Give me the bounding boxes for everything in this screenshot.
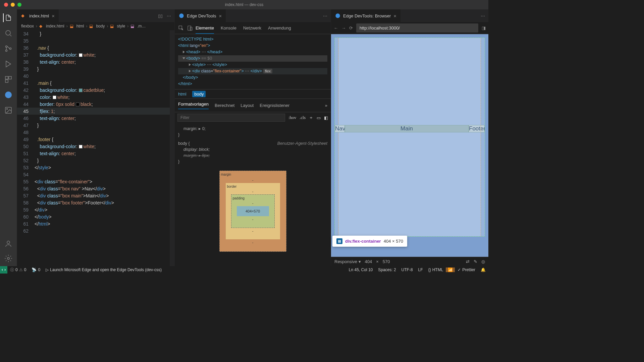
- tab-edge-devtools[interactable]: Edge DevTools ×: [175, 9, 226, 22]
- reload-icon[interactable]: ⟳: [349, 25, 353, 31]
- dom-breadcrumb[interactable]: html body: [175, 89, 331, 99]
- forward-icon[interactable]: →: [341, 25, 346, 31]
- image-preview-icon[interactable]: [4, 106, 13, 115]
- cls-toggle[interactable]: .cls: [300, 115, 306, 120]
- minimap[interactable]: [170, 30, 174, 266]
- status-bar: ⓧ0⚠0 📡0 ▷Launch Microsoft Edge and open …: [0, 266, 488, 274]
- settings-icon[interactable]: [4, 254, 13, 263]
- close-icon[interactable]: ×: [219, 13, 222, 19]
- device-icon[interactable]: ▭: [317, 115, 321, 120]
- indentation[interactable]: Spaces: 2: [375, 267, 398, 272]
- tab-elemente[interactable]: Elemente: [196, 25, 214, 34]
- source-control-icon[interactable]: [4, 44, 13, 53]
- tab-anwendung[interactable]: Anwendung: [268, 25, 291, 31]
- styles-rules[interactable]: margin: ▸ 0; } body {Benutzer-Agent-Styl…: [175, 123, 331, 260]
- svg-point-7: [5, 92, 12, 98]
- cursor-position[interactable]: Ln 45, Col 10: [346, 267, 375, 272]
- box-footer: Footer: [469, 125, 485, 132]
- remote-icon[interactable]: [0, 266, 7, 274]
- devtools-tabs-bar: Edge DevTools × ⋯: [175, 9, 331, 22]
- close-icon[interactable]: ×: [52, 13, 55, 19]
- inspect-icon[interactable]: ◨: [482, 25, 486, 31]
- notifications-icon[interactable]: 🔔: [478, 267, 488, 272]
- tab-edge-browser[interactable]: Edge DevTools: Browser ×: [331, 9, 401, 22]
- code-editor[interactable]: 34 }3536 .nav {37 background-color: whit…: [17, 30, 174, 266]
- svg-rect-14: [188, 26, 191, 31]
- eyedropper-icon[interactable]: ✎: [474, 259, 477, 264]
- extensions-icon[interactable]: [4, 75, 13, 84]
- eol[interactable]: LF: [416, 267, 426, 272]
- svg-point-2: [6, 50, 7, 52]
- maximize-icon[interactable]: [17, 3, 21, 7]
- edge-icon: [335, 13, 340, 18]
- responsive-bar: Responsive ▾ 404 × 570 ⇄ ✎ ◎: [331, 257, 488, 266]
- url-input[interactable]: http://localhost:3000/: [356, 23, 478, 33]
- inspect-icon[interactable]: [178, 25, 184, 31]
- more-tabs-icon[interactable]: »: [325, 103, 327, 108]
- grid-icon: ▦: [336, 238, 342, 244]
- split-editor-icon[interactable]: ▯▯: [158, 13, 163, 18]
- element-highlight: Nav Main Footer: [334, 38, 485, 237]
- titlebar: index.html — dev-css: [0, 0, 488, 9]
- browser-pane: Edge DevTools: Browser × ⋯ ← → ⟳ http://…: [331, 9, 488, 266]
- window-controls: [4, 3, 21, 7]
- box-nav: Nav: [335, 125, 345, 132]
- errors[interactable]: ⓧ0⚠0: [7, 267, 29, 273]
- new-rule-icon[interactable]: ＋: [309, 115, 313, 121]
- responsive-dropdown[interactable]: Responsive ▾: [334, 259, 361, 264]
- editor-pane: ◆ index.html × ▯▯ ⋯ flexbox› ◆index.html…: [17, 9, 174, 266]
- edge-icon: [179, 13, 184, 18]
- tab-layout[interactable]: Layout: [240, 103, 254, 108]
- panel-icon[interactable]: ◧: [324, 115, 328, 120]
- hov-toggle[interactable]: :hov: [288, 115, 296, 120]
- element-tooltip: ▦ div.flex-container 404 × 570: [332, 236, 407, 247]
- tab-index-html[interactable]: ◆ index.html ×: [17, 9, 59, 22]
- minimize-icon[interactable]: [11, 3, 15, 7]
- target-icon[interactable]: ◎: [481, 259, 485, 264]
- dom-tree[interactable]: <!DOCTYPE html> <html lang="en"> <head> …: [175, 34, 331, 89]
- tab-label: Edge DevTools: [187, 13, 216, 18]
- more-icon[interactable]: ⋯: [167, 13, 171, 18]
- tab-formatvorlagen[interactable]: Formatvorlagen: [178, 102, 209, 109]
- run-debug-icon[interactable]: [4, 60, 13, 68]
- device-toggle-icon[interactable]: [187, 25, 193, 31]
- port[interactable]: 📡0: [29, 267, 43, 272]
- tab-konsole[interactable]: Konsole: [221, 25, 236, 31]
- accounts-icon[interactable]: [4, 239, 13, 248]
- edge-tools-icon[interactable]: [4, 90, 13, 99]
- devtools-pane: Edge DevTools × ⋯ Elemente Konsole Netzw…: [174, 9, 331, 266]
- styles-filter-input[interactable]: [177, 114, 285, 122]
- tab-berechnet[interactable]: Berechnet: [215, 103, 234, 108]
- more-icon[interactable]: ⋯: [323, 13, 327, 18]
- more-icon[interactable]: ⋯: [481, 13, 485, 18]
- launch-hint[interactable]: ▷Launch Microsoft Edge and open the Edge…: [43, 267, 164, 272]
- editor-tabs: ◆ index.html × ▯▯ ⋯: [17, 9, 174, 22]
- browser-tabs: Edge DevTools: Browser × ⋯: [331, 9, 488, 22]
- back-icon[interactable]: ←: [334, 25, 338, 31]
- prettier[interactable]: ✓ Prettier: [455, 267, 478, 272]
- main-area: ◆ index.html × ▯▯ ⋯ flexbox› ◆index.html…: [0, 9, 488, 266]
- styles-tabs: Formatvorlagen Berechnet Layout Ereignis…: [175, 99, 331, 112]
- window-title: index.html — dev-css: [225, 2, 264, 7]
- height-value[interactable]: 570: [383, 259, 390, 264]
- svg-point-16: [335, 13, 340, 18]
- close-icon[interactable]: ×: [393, 13, 396, 19]
- language-mode[interactable]: {} HTML: [426, 267, 446, 272]
- tab-netzwerk[interactable]: Netzwerk: [243, 25, 261, 31]
- svg-rect-4: [5, 76, 8, 79]
- tab-label: index.html: [29, 13, 49, 18]
- width-value[interactable]: 404: [365, 259, 372, 264]
- tab-ereignislistener[interactable]: Ereignislistener: [260, 103, 289, 108]
- encoding[interactable]: UTF-8: [399, 267, 416, 272]
- explorer-icon[interactable]: [3, 13, 12, 22]
- search-icon[interactable]: [4, 29, 13, 38]
- breadcrumb[interactable]: flexbox› ◆index.html› ⬓html› ⬓body› ⬓sty…: [17, 22, 174, 30]
- go-live[interactable]: 📶: [446, 267, 455, 272]
- close-icon[interactable]: [4, 3, 8, 7]
- svg-point-10: [7, 241, 10, 244]
- svg-rect-15: [190, 27, 192, 31]
- devtools-tabs: Elemente Konsole Netzwerk Anwendung: [196, 25, 291, 31]
- box-main: Main: [345, 125, 469, 132]
- rotate-icon[interactable]: ⇄: [466, 259, 470, 264]
- box-model: margin- border- padding- 404×570- - -: [219, 171, 286, 252]
